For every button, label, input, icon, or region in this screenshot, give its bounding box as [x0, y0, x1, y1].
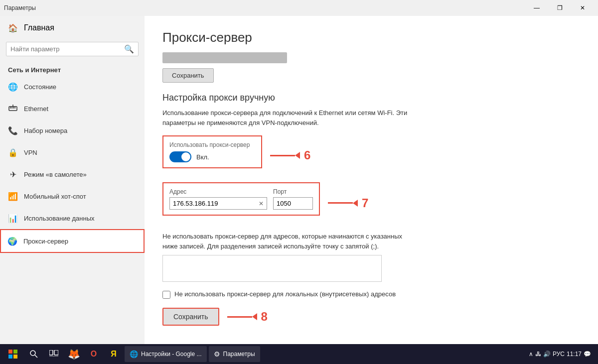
proxy-description: Использование прокси-сервера для подключ… [162, 108, 412, 127]
svg-rect-6 [8, 350, 12, 354]
status-icon: 🌐 [8, 82, 18, 92]
taskbar-settings-app[interactable]: ⚙ Параметры [209, 346, 260, 362]
proxy-toggle[interactable] [169, 151, 191, 162]
tray-expand-icon[interactable]: ∧ [529, 351, 533, 358]
taskbar-time: 11:17 [567, 351, 582, 358]
annotation-8: 8 [227, 310, 268, 324]
svg-rect-14 [49, 356, 58, 357]
svg-rect-9 [13, 355, 17, 359]
minimize-button[interactable]: — [525, 0, 548, 16]
home-icon: 🏠 [8, 23, 18, 33]
proxy-icon: 🌍 [7, 236, 17, 246]
top-gray-bar [162, 52, 287, 63]
sidebar-home-label: Главная [24, 23, 54, 32]
sidebar-item-data[interactable]: 📊 Использование данных [0, 207, 145, 229]
tray-lang: РУС [553, 351, 565, 358]
sidebar: 🏠 Главная 🔍 Сеть и Интернет 🌐 Состояние [0, 16, 145, 344]
taskbar-chrome-app[interactable]: 🌐 Настройки - Google ... [125, 346, 207, 362]
sidebar-item-ethernet[interactable]: Ethernet [0, 98, 145, 120]
taskbar-tray: ∧ 🖧 🔊 РУС 11:17 💬 [525, 351, 595, 358]
local-checkbox[interactable] [162, 291, 170, 299]
sidebar-item-label-data: Использование данных [24, 215, 95, 222]
annotation-6: 6 [270, 148, 310, 162]
port-input[interactable] [277, 200, 309, 207]
annotation-num-7: 7 [362, 196, 368, 210]
sidebar-item-vpn[interactable]: 🔒 VPN [0, 141, 145, 163]
manual-section-title: Настройка прокси вручную [162, 93, 580, 103]
taskbar-firefox-icon[interactable]: 🦊 [65, 346, 83, 362]
airplane-icon: ✈ [8, 169, 18, 179]
sidebar-section-label: Сеть и Интернет [0, 62, 145, 76]
address-field-col: Адрес ✕ [169, 188, 267, 210]
dialup-icon: 📞 [8, 125, 18, 135]
sidebar-search-box[interactable]: 🔍 [6, 42, 139, 56]
search-input[interactable] [10, 45, 124, 53]
taskbar-chrome-label: Настройки - Google ... [141, 351, 202, 358]
hotspot-icon: 📶 [8, 191, 18, 201]
window-controls: — ❐ ✕ [525, 0, 594, 16]
svg-rect-7 [13, 350, 17, 354]
svg-rect-13 [54, 350, 58, 355]
sidebar-item-label-vpn: VPN [24, 149, 37, 156]
address-label: Адрес [169, 188, 267, 195]
exclude-description: Не использовать прокси-сервер для адресо… [162, 232, 412, 251]
clear-address-icon[interactable]: ✕ [259, 200, 264, 207]
sidebar-item-airplane[interactable]: ✈ Режим «в самолете» [0, 163, 145, 185]
start-button[interactable] [3, 346, 23, 362]
sidebar-home-button[interactable]: 🏠 Главная [0, 16, 145, 40]
data-icon: 📊 [8, 213, 18, 223]
sidebar-item-label-hotspot: Мобильный хот-спот [24, 193, 86, 200]
addr-port-section: Адрес ✕ Порт [162, 182, 320, 216]
port-input-row [273, 197, 313, 210]
svg-line-11 [35, 355, 37, 358]
taskbar-settings-label: Параметры [223, 351, 255, 358]
address-input[interactable] [173, 200, 257, 207]
sidebar-item-dialup[interactable]: 📞 Набор номера [0, 120, 145, 141]
taskbar: 🦊 O Я 🌐 Настройки - Google ... ⚙ Парамет… [0, 344, 598, 364]
port-field-col: Порт [273, 188, 313, 210]
sidebar-item-hotspot[interactable]: 📶 Мобильный хот-спот [0, 185, 145, 207]
checkbox-row: Не использовать прокси-сервер для локаль… [162, 290, 412, 299]
sidebar-item-status[interactable]: 🌐 Состояние [0, 76, 145, 98]
sidebar-item-label-proxy: Прокси-сервер [23, 238, 68, 245]
top-save-button[interactable]: Сохранить [162, 68, 214, 83]
ethernet-icon [8, 104, 18, 114]
tray-volume-icon: 🔊 [543, 351, 551, 358]
annotation-7: 7 [328, 196, 368, 210]
field-group: Адрес ✕ Порт [169, 188, 313, 210]
notification-icon[interactable]: 💬 [584, 351, 591, 358]
top-save-bar: Сохранить [162, 52, 580, 83]
tray-network-icon: 🖧 [535, 351, 541, 358]
close-button[interactable]: ✕ [571, 0, 594, 16]
taskbar-yandex-icon[interactable]: Я [105, 346, 123, 362]
main-content: Прокси-сервер Сохранить Настройка прокси… [145, 16, 598, 344]
maximize-button[interactable]: ❐ [548, 0, 571, 16]
annotation-num-6: 6 [304, 148, 310, 162]
taskbar-search-icon[interactable] [25, 346, 43, 362]
search-icon: 🔍 [124, 44, 134, 54]
taskbar-opera-icon[interactable]: O [85, 346, 103, 362]
bottom-save-row: Сохранить 8 [162, 308, 580, 326]
exclude-textarea[interactable] [162, 255, 382, 282]
window-title: Параметры [4, 4, 36, 11]
sidebar-item-proxy[interactable]: 🌍 Прокси-сервер [0, 229, 145, 253]
title-bar: Параметры — ❐ ✕ [0, 0, 598, 16]
svg-point-10 [30, 351, 35, 356]
app-body: 🏠 Главная 🔍 Сеть и Интернет 🌐 Состояние [0, 16, 598, 344]
toggle-row: Вкл. [169, 151, 253, 162]
sidebar-item-label-status: Состояние [24, 83, 56, 91]
svg-rect-12 [49, 350, 53, 355]
page-title: Прокси-сервер [162, 30, 580, 45]
toggle-section: Использовать прокси-сервер Вкл. [162, 135, 262, 168]
annotation-num-8: 8 [261, 310, 268, 324]
use-proxy-label: Использовать прокси-сервер [169, 141, 253, 148]
sidebar-item-label-airplane: Режим «в самолете» [24, 171, 87, 178]
sidebar-item-label-ethernet: Ethernet [24, 105, 48, 113]
bottom-save-button[interactable]: Сохранить [162, 308, 219, 326]
port-label: Порт [273, 188, 313, 195]
address-input-row: ✕ [169, 197, 267, 210]
sidebar-item-label-dialup: Набор номера [24, 127, 67, 134]
checkbox-label: Не использовать прокси-сервер для локаль… [174, 290, 396, 299]
taskbar-task-view-icon[interactable] [45, 346, 63, 362]
toggle-on-label: Вкл. [196, 153, 209, 161]
